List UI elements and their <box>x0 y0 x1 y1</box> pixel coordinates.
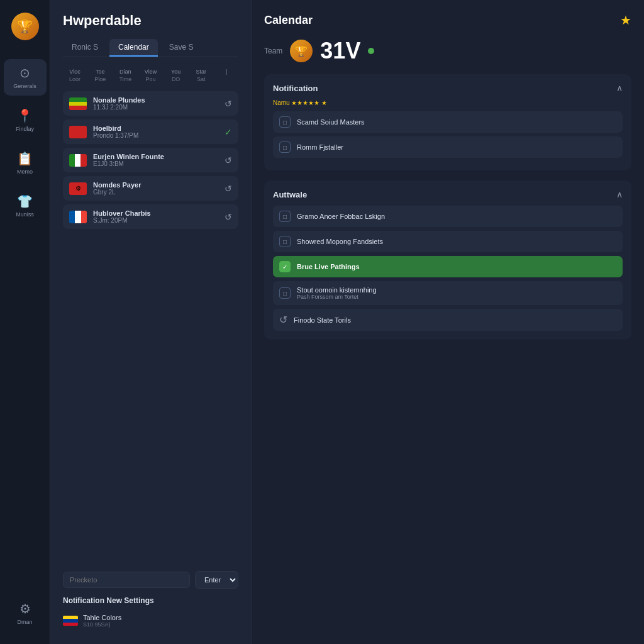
team-status-indicator <box>368 48 374 54</box>
finale-icon: ↺ <box>279 314 287 326</box>
notification-settings-title: Notification New Settings <box>63 596 238 605</box>
event-time-3: E1J0 3:BM <box>93 160 218 167</box>
notification-toggle[interactable]: ∧ <box>616 83 623 93</box>
tab-save[interactable]: Save S <box>160 39 203 57</box>
day-col-4: You DO <box>164 67 188 82</box>
auttwale-header: Auttwale ∧ <box>273 189 623 199</box>
event-name-4: Nomdes Payer <box>93 181 218 189</box>
tabs: Ronic S Calendar Save S <box>63 39 238 57</box>
event-flag-3 <box>69 154 87 167</box>
finale-text: Finodo State Torils <box>294 316 351 324</box>
finale-item[interactable]: ↺ Finodo State Torils <box>273 309 623 331</box>
auttwale-item-3[interactable]: ✓ Brue Live Pathings <box>273 256 623 277</box>
app-title: Hwperdable <box>63 13 238 29</box>
auttwale-text-4: Stout oomoin kistemnhing <box>297 286 616 294</box>
event-name-3: Eurjen Winlen Founte <box>93 153 218 160</box>
notif-list-icon-1: □ <box>279 116 291 128</box>
general-icon: ⊙ <box>19 65 30 80</box>
event-item-3[interactable]: Eurjen Winlen Founte E1J0 3:BM ↺ <box>63 148 238 172</box>
notif-list-item-2[interactable]: □ Romm Fjstaller <box>273 136 623 158</box>
sidebar-label-findlay: Findlay <box>16 126 34 132</box>
notif-list-text-1: Scamd Soiud Masters <box>297 118 616 126</box>
notification-subtitle: Namu ★★★★★ ★ <box>273 99 623 106</box>
auttwale-icon-1: □ <box>279 211 291 222</box>
day-headers: Vloc Loor Toe Ploe Dian Time View Pou Yo… <box>63 67 238 82</box>
event-item-4[interactable]: ⚙ Nomdes Payer Gbry 2L ↺ <box>63 176 238 201</box>
notif-list-text-2: Romm Fjstaller <box>297 143 616 151</box>
star-icon[interactable]: ★ <box>620 13 631 28</box>
notification-new-settings: Notification New Settings Tahle Colors S… <box>63 596 238 631</box>
event-flag-1 <box>69 97 87 110</box>
day-col-5: Star Sat <box>189 67 213 82</box>
event-flag-5 <box>69 211 87 223</box>
auttwale-block: Auttwale ∧ □ Gramo Anoer Fobbac Lskign □… <box>264 180 631 340</box>
right-title: Calendar <box>264 14 313 27</box>
day-col-0: Vloc Loor <box>63 67 87 82</box>
sidebar-item-muniss[interactable]: 👕 Muniss <box>4 187 47 224</box>
event-time-2: Prondo 1:37/PM <box>93 132 218 139</box>
auttwale-text-2: Showred Mopong Fandsiets <box>297 238 616 245</box>
sidebar-label-dman: Dman <box>17 619 32 625</box>
event-action-icon-2: ✓ <box>225 127 232 137</box>
event-action-icon-4: ↺ <box>225 184 232 194</box>
day-col-1: Toe Ploe <box>88 67 112 82</box>
auttwale-text-1: Gramo Anoer Fobbac Lskign <box>297 213 616 220</box>
notif-list-item-1[interactable]: □ Scamd Soiud Masters <box>273 111 623 133</box>
day-col-2: Dian Time <box>113 67 137 82</box>
notification-header: Notification ∧ <box>273 83 623 93</box>
sidebar-item-general[interactable]: ⊙ Generals <box>4 59 47 96</box>
event-info-3: Eurjen Winlen Founte E1J0 3:BM <box>93 153 218 167</box>
filter-input[interactable] <box>63 572 190 588</box>
team-label: Team <box>264 47 282 55</box>
event-action-icon-1: ↺ <box>225 99 232 109</box>
sidebar-label-memo: Memo <box>17 169 33 175</box>
filter-row: Enter <box>63 571 238 589</box>
notif-item-1[interactable]: Tahle Colors S10.95SA) <box>63 610 238 631</box>
day-col-3: View Pou <box>138 67 162 82</box>
event-name-2: Hoelbird <box>93 125 218 132</box>
sidebar-label-muniss: Muniss <box>16 211 34 218</box>
event-flag-2 <box>69 126 87 138</box>
app-logo: 🏆 <box>11 13 39 40</box>
event-info-5: Hublover Charbis S.Jm: 20PM <box>93 209 218 224</box>
notif-flag-1 <box>63 616 78 626</box>
team-score: 31V <box>320 38 360 64</box>
muniss-icon: 👕 <box>17 194 33 209</box>
auttwale-icon-3: ✓ <box>279 261 291 272</box>
left-panel-bottom: Enter Notification New Settings Tahle Co… <box>63 571 238 631</box>
sidebar-item-dman[interactable]: ⚙ Dman <box>4 595 47 631</box>
event-flag-4: ⚙ <box>69 182 87 195</box>
notification-title: Notification <box>273 84 318 93</box>
left-panel: Hwperdable Ronic S Calendar Save S Vloc … <box>50 0 252 644</box>
event-item-5[interactable]: Hublover Charbis S.Jm: 20PM ↺ <box>63 204 238 229</box>
sidebar-label-general: Generals <box>13 83 36 89</box>
tab-calendar[interactable]: Calendar <box>109 39 158 57</box>
day-col-6: | <box>214 67 238 82</box>
auttwale-info-4: Stout oomoin kistemnhing Pash Forssom am… <box>297 286 616 300</box>
team-section: Team 🏆 31V <box>264 38 631 64</box>
event-info-4: Nomdes Payer Gbry 2L <box>93 181 218 196</box>
event-time-5: S.Jm: 20PM <box>93 217 218 224</box>
event-time-4: Gbry 2L <box>93 189 218 196</box>
logo-icon: 🏆 <box>17 19 33 34</box>
filter-select[interactable]: Enter <box>195 571 238 589</box>
auttwale-subtext-4: Pash Forssom am Tortet <box>297 294 616 300</box>
event-item-2[interactable]: Hoelbird Prondo 1:37/PM ✓ <box>63 119 238 144</box>
main-content: Hwperdable Ronic S Calendar Save S Vloc … <box>50 0 644 644</box>
dman-icon: ⚙ <box>19 601 31 616</box>
event-time-1: 11:3J 2:20M <box>93 104 218 111</box>
auttwale-item-4[interactable]: □ Stout oomoin kistemnhing Pash Forssom … <box>273 281 623 305</box>
auttwale-text-3: Brue Live Pathings <box>297 263 616 270</box>
right-header: Calendar ★ <box>264 13 631 28</box>
tab-ronic[interactable]: Ronic S <box>63 39 107 57</box>
sidebar-item-memo[interactable]: 📋 Memo <box>4 145 47 181</box>
team-logo: 🏆 <box>290 40 313 62</box>
notif-info-1: Tahle Colors S10.95SA) <box>83 614 238 628</box>
sidebar-item-findlay[interactable]: 📍 Findlay <box>4 102 47 138</box>
auttwale-item-1[interactable]: □ Gramo Anoer Fobbac Lskign <box>273 206 623 227</box>
auttwale-icon-2: □ <box>279 236 291 247</box>
events-list: Nonale Plundes 11:3J 2:20M ↺ Hoelbird Pr… <box>63 91 238 564</box>
auttwale-item-2[interactable]: □ Showred Mopong Fandsiets <box>273 231 623 252</box>
event-item-1[interactable]: Nonale Plundes 11:3J 2:20M ↺ <box>63 91 238 116</box>
auttwale-toggle[interactable]: ∧ <box>616 189 623 199</box>
